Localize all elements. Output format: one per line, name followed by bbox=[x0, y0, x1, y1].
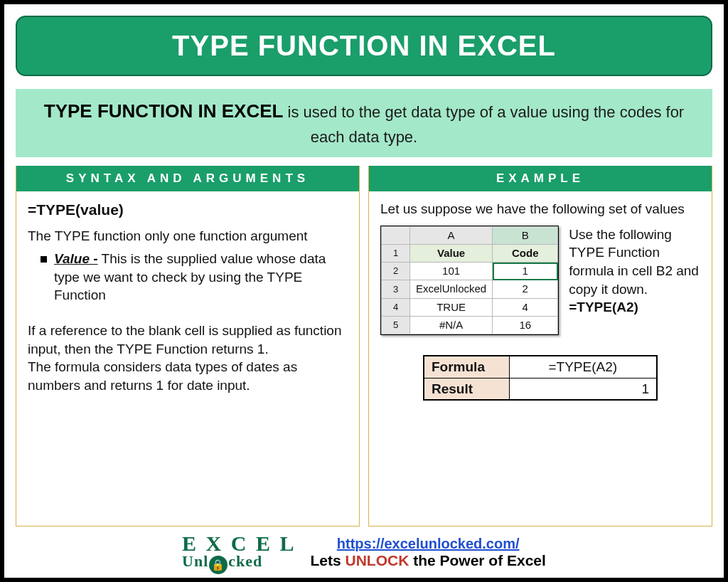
syntax-note-1: If a reference to the blank cell is supp… bbox=[28, 322, 348, 358]
tagline: Lets UNLOCK the Power of Excel bbox=[310, 552, 545, 569]
cell-b1: Code bbox=[493, 244, 558, 262]
logo-bottom-post: cked bbox=[228, 552, 262, 570]
argument-name: Value - bbox=[54, 251, 98, 266]
row-header-1: 1 bbox=[382, 244, 410, 262]
footer-text: https://excelunlocked.com/ Lets UNLOCK t… bbox=[310, 536, 545, 569]
cell-a5: #N/A bbox=[410, 316, 493, 334]
row-header-5: 5 bbox=[382, 316, 410, 334]
logo-bottom-pre: Unl bbox=[182, 552, 208, 570]
argument-text: Value - This is the supplied value whose… bbox=[54, 250, 348, 305]
tagline-pre: Lets bbox=[310, 552, 345, 568]
bullet-icon bbox=[41, 256, 47, 263]
example-intro: Let us suppose we have the following set… bbox=[380, 200, 700, 218]
example-header: EXAMPLE bbox=[369, 166, 712, 191]
syntax-formula: =TYPE(value) bbox=[28, 200, 348, 220]
example-panel: EXAMPLE Let us suppose we have the follo… bbox=[368, 166, 712, 527]
cell-a4: TRUE bbox=[410, 298, 493, 316]
result-formula-label: Formula bbox=[424, 356, 509, 378]
example-note: Use the following TYPE Function formula … bbox=[569, 226, 700, 317]
logo: E X C E L Unl🔒cked bbox=[182, 534, 296, 573]
cell-b2: 1 bbox=[493, 263, 558, 280]
example-body: Let us suppose we have the following set… bbox=[369, 191, 712, 409]
cell-a1: Value bbox=[410, 244, 493, 262]
example-note-text: Use the following TYPE Function formula … bbox=[569, 227, 699, 297]
example-formula: =TYPE(A2) bbox=[569, 300, 638, 314]
logo-bottom: Unl🔒cked bbox=[182, 554, 262, 572]
footer: E X C E L Unl🔒cked https://excelunlocked… bbox=[16, 531, 712, 573]
result-label: Result bbox=[424, 378, 509, 400]
page-title: TYPE FUNCTION IN EXCEL bbox=[16, 16, 712, 76]
infographic-card: TYPE FUNCTION IN EXCEL TYPE FUNCTION IN … bbox=[0, 0, 728, 582]
example-row: A B 1 Value Code 2 101 1 bbox=[380, 226, 700, 336]
intro-box: TYPE FUNCTION IN EXCEL is used to the ge… bbox=[16, 89, 712, 157]
sheet-corner bbox=[382, 226, 410, 244]
cell-b5: 16 bbox=[493, 316, 558, 334]
row-header-3: 3 bbox=[382, 280, 410, 298]
argument-bullet: Value - This is the supplied value whose… bbox=[28, 250, 348, 305]
syntax-body: =TYPE(value) The TYPE function only one … bbox=[16, 191, 359, 403]
result-table: Formula =TYPE(A2) Result 1 bbox=[423, 355, 658, 401]
tagline-unlock: UNLOCK bbox=[345, 552, 409, 568]
mini-spreadsheet: A B 1 Value Code 2 101 1 bbox=[380, 226, 559, 336]
result-value: 1 bbox=[509, 378, 657, 400]
syntax-panel: SYNTAX AND ARGUMENTS =TYPE(value) The TY… bbox=[16, 166, 360, 527]
cell-a2: 101 bbox=[410, 263, 493, 280]
col-header-a: A bbox=[410, 226, 493, 244]
cell-b3: 2 bbox=[493, 280, 558, 298]
cell-a3: ExcelUnlocked bbox=[410, 280, 493, 298]
syntax-desc: The TYPE function only one function argu… bbox=[28, 227, 348, 245]
syntax-note-2: The formula considers data types of date… bbox=[28, 358, 348, 394]
logo-top: E X C E L bbox=[182, 534, 296, 554]
lock-icon: 🔒 bbox=[209, 556, 228, 574]
footer-link[interactable]: https://excelunlocked.com/ bbox=[337, 536, 520, 551]
result-formula-value: =TYPE(A2) bbox=[509, 356, 657, 378]
cell-b4: 4 bbox=[493, 298, 558, 316]
syntax-header: SYNTAX AND ARGUMENTS bbox=[16, 166, 359, 191]
col-header-b: B bbox=[493, 226, 558, 244]
intro-lead: TYPE FUNCTION IN EXCEL bbox=[44, 100, 284, 122]
columns: SYNTAX AND ARGUMENTS =TYPE(value) The TY… bbox=[16, 166, 712, 527]
row-header-2: 2 bbox=[382, 263, 410, 280]
row-header-4: 4 bbox=[382, 298, 410, 316]
intro-text: is used to the get data type of a value … bbox=[283, 103, 684, 146]
tagline-post: the Power of Excel bbox=[409, 552, 546, 568]
